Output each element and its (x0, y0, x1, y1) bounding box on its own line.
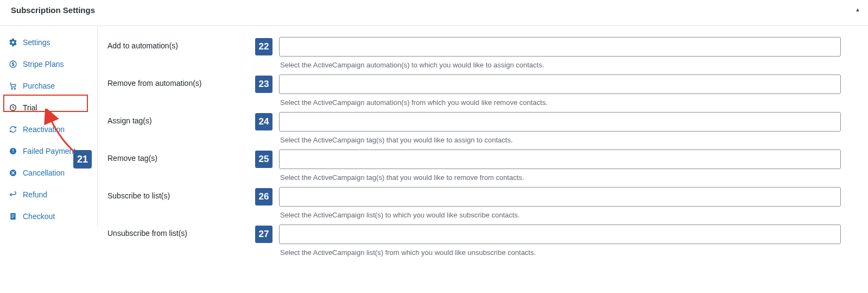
field-hint: Select the ActiveCampaign automation(s) … (280, 61, 841, 69)
refresh-icon (9, 125, 17, 134)
row-remove-tags: Remove tag(s) 25 Select the ActiveCampai… (98, 144, 868, 182)
svg-rect-10 (11, 216, 14, 216)
clock-icon (9, 103, 17, 112)
annotation-callout-24: 24 (255, 113, 273, 130)
assign-tags-input[interactable] (279, 112, 841, 132)
field-label: Unsubscribe from list(s) (107, 225, 255, 238)
x-circle-icon (9, 169, 17, 177)
sidebar-item-checkout[interactable]: Checkout (0, 205, 97, 227)
gear-icon (9, 38, 17, 47)
sidebar-item-settings[interactable]: Settings (0, 32, 97, 53)
cart-icon (9, 82, 17, 90)
dollar-circle-icon (9, 60, 17, 68)
sidebar-item-reactivation[interactable]: Reactivation (0, 119, 97, 140)
return-icon (9, 190, 17, 199)
sidebar-item-label: Failed Payment (23, 147, 75, 155)
add-automation-input[interactable] (279, 37, 841, 57)
sidebar-item-trial[interactable]: Trial (0, 97, 97, 119)
panel-header[interactable]: Subscription Settings ▲ (0, 0, 868, 26)
svg-point-2 (14, 88, 15, 89)
field-hint: Select the ActiveCampaign automation(s) … (280, 98, 841, 107)
svg-point-1 (11, 88, 12, 89)
sidebar-item-refund[interactable]: Refund (0, 184, 97, 205)
row-subscribe-lists: Subscribe to list(s) 26 Select the Activ… (98, 182, 868, 219)
field-label: Subscribe to list(s) (107, 187, 255, 200)
annotation-callout-26: 26 (255, 188, 273, 205)
form-panel: Add to automation(s) 22 Select the Activ… (98, 26, 868, 293)
annotation-callout-27: 27 (255, 226, 273, 243)
field-hint: Select the ActiveCampaign list(s) from w… (280, 248, 841, 257)
sidebar-item-label: Trial (23, 103, 37, 112)
alert-circle-icon (9, 147, 17, 155)
sidebar-item-label: Refund (23, 190, 47, 199)
field-hint: Select the ActiveCampaign tag(s) that yo… (280, 173, 841, 182)
subscribe-lists-input[interactable] (279, 187, 841, 207)
field-hint: Select the ActiveCampaign tag(s) that yo… (280, 136, 841, 144)
collapse-toggle-icon[interactable]: ▲ (855, 7, 860, 13)
sidebar-item-label: Stripe Plans (23, 60, 64, 68)
row-unsubscribe-lists: Unsubscribe from list(s) 27 Select the A… (98, 219, 868, 257)
annotation-callout-25: 25 (255, 151, 273, 168)
row-remove-automation: Remove from automation(s) 23 Select the … (98, 69, 868, 107)
document-icon (9, 212, 17, 221)
sidebar-item-label: Cancellation (23, 169, 65, 177)
annotation-callout-21: 21 (73, 150, 92, 169)
unsubscribe-lists-input[interactable] (279, 225, 841, 244)
sidebar-item-label: Settings (23, 38, 50, 47)
field-hint: Select the ActiveCampaign list(s) to whi… (280, 211, 841, 219)
row-add-automation: Add to automation(s) 22 Select the Activ… (98, 32, 868, 69)
svg-rect-5 (12, 149, 13, 152)
row-assign-tags: Assign tag(s) 24 Select the ActiveCampai… (98, 107, 868, 144)
remove-automation-input[interactable] (279, 74, 841, 94)
svg-rect-9 (11, 215, 14, 215)
field-label: Assign tag(s) (107, 112, 255, 125)
svg-rect-6 (12, 152, 13, 153)
annotation-callout-22: 22 (255, 38, 273, 55)
sidebar-item-label: Checkout (23, 212, 55, 221)
field-label: Remove tag(s) (107, 149, 255, 163)
sidebar-item-label: Reactivation (23, 125, 65, 134)
sidebar-item-label: Purchase (23, 82, 55, 90)
annotation-callout-23: 23 (255, 76, 273, 93)
field-label: Remove from automation(s) (107, 74, 255, 88)
field-label: Add to automation(s) (107, 37, 255, 50)
remove-tags-input[interactable] (279, 149, 841, 169)
sidebar: Settings Stripe Plans Purchase (0, 26, 98, 227)
sidebar-item-stripe-plans[interactable]: Stripe Plans (0, 53, 97, 75)
sidebar-item-purchase[interactable]: Purchase (0, 75, 97, 97)
page-title: Subscription Settings (11, 5, 95, 15)
svg-rect-11 (11, 217, 13, 218)
